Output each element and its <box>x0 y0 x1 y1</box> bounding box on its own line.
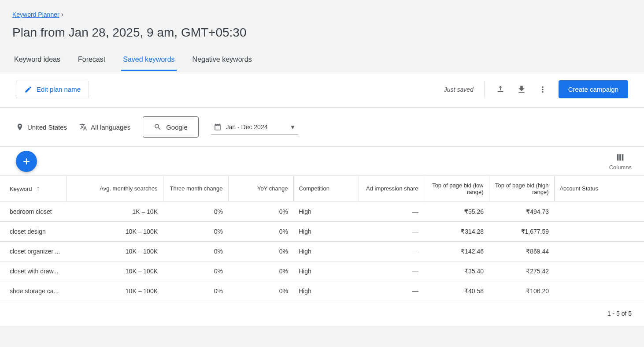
cell-status <box>554 221 644 241</box>
keywords-table: Keyword ↑ Avg. monthly searches Three mo… <box>0 176 644 301</box>
cell-yoy: 0% <box>228 281 293 301</box>
cell-bid-low: ₹35.40 <box>424 261 489 281</box>
cell-competition: High <box>293 201 359 221</box>
cell-impression: — <box>359 221 424 241</box>
tab-forecast[interactable]: Forecast <box>76 50 107 71</box>
cell-yoy: 0% <box>228 221 293 241</box>
date-range-filter[interactable]: Jan - Dec 2024 ▼ <box>211 119 299 135</box>
cell-keyword: closet design <box>0 221 66 241</box>
table-header-row: Keyword ↑ Avg. monthly searches Three mo… <box>0 176 644 201</box>
header-bid-high[interactable]: Top of page bid (high range) <box>489 176 554 201</box>
tabs: Keyword ideas Forecast Saved keywords Ne… <box>12 50 632 71</box>
cell-keyword: bedroom closet <box>0 201 66 221</box>
tab-saved-keywords[interactable]: Saved keywords <box>121 50 176 71</box>
cell-competition: High <box>293 241 359 261</box>
cell-status <box>554 261 644 281</box>
cell-bid-high: ₹275.42 <box>489 261 554 281</box>
header-competition[interactable]: Competition <box>293 176 359 201</box>
cell-impression: — <box>359 201 424 221</box>
cell-three-month: 0% <box>163 221 228 241</box>
tab-negative-keywords[interactable]: Negative keywords <box>191 50 254 71</box>
header-status[interactable]: Account Status <box>554 176 644 201</box>
location-icon <box>16 123 24 131</box>
cell-keyword: closet with draw... <box>0 261 66 281</box>
table-row[interactable]: bedroom closet 1K – 10K 0% 0% High — ₹55… <box>0 201 644 221</box>
columns-button[interactable]: Columns <box>609 153 632 171</box>
language-filter[interactable]: All languages <box>79 123 130 131</box>
cell-searches: 10K – 100K <box>66 241 163 261</box>
cell-competition: High <box>293 261 359 281</box>
table-toolbar: + Columns <box>0 147 644 176</box>
download-icon <box>517 85 526 94</box>
tab-keyword-ideas[interactable]: Keyword ideas <box>12 50 62 71</box>
edit-plan-name-label: Edit plan name <box>37 86 81 93</box>
cell-impression: — <box>359 241 424 261</box>
cell-searches: 10K – 100K <box>66 261 163 281</box>
header-bid-low[interactable]: Top of page bid (low range) <box>424 176 489 201</box>
cell-yoy: 0% <box>228 261 293 281</box>
divider <box>484 82 485 97</box>
network-filter[interactable]: Google <box>143 116 198 138</box>
location-value: United States <box>27 123 67 131</box>
cell-impression: — <box>359 281 424 301</box>
calendar-icon <box>214 123 222 131</box>
dropdown-icon: ▼ <box>289 123 296 131</box>
more-vert-icon <box>538 85 548 94</box>
header-three-month[interactable]: Three month change <box>163 176 228 201</box>
header-keyword-label: Keyword <box>10 186 32 192</box>
columns-label: Columns <box>609 164 632 171</box>
cell-bid-low: ₹55.26 <box>424 201 489 221</box>
pencil-icon <box>24 86 32 93</box>
cell-searches: 1K – 10K <box>66 201 163 221</box>
table-row[interactable]: closet with draw... 10K – 100K 0% 0% Hig… <box>0 261 644 281</box>
table-row[interactable]: shoe storage ca... 10K – 100K 0% 0% High… <box>0 281 644 301</box>
cell-searches: 10K – 100K <box>66 221 163 241</box>
cell-keyword: closet organizer ... <box>0 241 66 261</box>
location-filter[interactable]: United States <box>16 123 67 131</box>
breadcrumb: Keyword Planner › <box>12 11 632 19</box>
cell-status <box>554 201 644 221</box>
breadcrumb-parent-link[interactable]: Keyword Planner <box>12 11 59 18</box>
cell-three-month: 0% <box>163 201 228 221</box>
header-searches[interactable]: Avg. monthly searches <box>66 176 163 201</box>
cell-bid-low: ₹142.46 <box>424 241 489 261</box>
header-impression[interactable]: Ad impression share <box>359 176 424 201</box>
cell-keyword: shoe storage ca... <box>0 281 66 301</box>
sort-up-icon: ↑ <box>36 185 40 192</box>
page-title: Plan from Jan 28, 2025, 9 am, GMT+05:30 <box>12 26 632 40</box>
share-button[interactable] <box>495 84 506 95</box>
download-button[interactable] <box>516 84 527 95</box>
columns-icon <box>615 153 625 162</box>
cell-bid-high: ₹869.44 <box>489 241 554 261</box>
filters-bar: United States All languages Google Jan -… <box>0 107 644 147</box>
cell-three-month: 0% <box>163 241 228 261</box>
cell-three-month: 0% <box>163 281 228 301</box>
create-campaign-button[interactable]: Create campaign <box>559 80 628 98</box>
header-keyword[interactable]: Keyword ↑ <box>0 176 66 201</box>
edit-plan-name-button[interactable]: Edit plan name <box>16 81 89 98</box>
plus-icon: + <box>23 154 30 168</box>
date-range-value: Jan - Dec 2024 <box>226 123 268 131</box>
toolbar: Edit plan name Just saved Create campaig… <box>0 71 644 107</box>
table-row[interactable]: closet organizer ... 10K – 100K 0% 0% Hi… <box>0 241 644 261</box>
cell-bid-low: ₹314.28 <box>424 221 489 241</box>
cell-yoy: 0% <box>228 241 293 261</box>
saved-status: Just saved <box>444 86 474 93</box>
cell-yoy: 0% <box>228 201 293 221</box>
cell-bid-high: ₹494.73 <box>489 201 554 221</box>
cell-bid-low: ₹40.58 <box>424 281 489 301</box>
cell-three-month: 0% <box>163 261 228 281</box>
add-keyword-button[interactable]: + <box>16 151 37 172</box>
cell-impression: — <box>359 261 424 281</box>
cell-competition: High <box>293 221 359 241</box>
cell-status <box>554 241 644 261</box>
header-yoy[interactable]: YoY change <box>228 176 293 201</box>
cell-bid-high: ₹106.20 <box>489 281 554 301</box>
share-icon <box>496 85 505 94</box>
translate-icon <box>79 123 87 131</box>
language-value: All languages <box>91 123 130 131</box>
table-row[interactable]: closet design 10K – 100K 0% 0% High — ₹3… <box>0 221 644 241</box>
cell-competition: High <box>293 281 359 301</box>
chevron-right-icon: › <box>61 11 63 19</box>
more-options-button[interactable] <box>537 84 548 95</box>
